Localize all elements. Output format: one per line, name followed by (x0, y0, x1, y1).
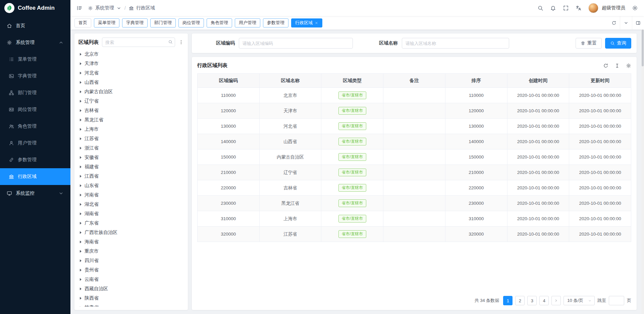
expand-caret-icon[interactable] (80, 269, 82, 271)
tree-item[interactable]: 福建省 (78, 162, 184, 172)
tree-item[interactable]: 内蒙古自治区 (78, 87, 184, 97)
column-settings-icon[interactable] (614, 63, 620, 68)
jump-page-input[interactable] (609, 296, 624, 305)
sidebar-item-menu-management[interactable]: 菜单管理 (0, 51, 70, 68)
expand-caret-icon[interactable] (80, 306, 82, 307)
tree-item[interactable]: 四川省 (78, 256, 184, 265)
tree-item[interactable]: 江西省 (78, 172, 184, 181)
layout-panel-icon[interactable] (632, 16, 644, 29)
tree-item[interactable]: 西藏自治区 (78, 284, 184, 294)
expand-caret-icon[interactable] (80, 231, 82, 234)
tree-search-input[interactable] (102, 38, 175, 47)
tree-item[interactable]: 广西壮族自治区 (78, 228, 184, 237)
table-row[interactable]: 110000北京市省市/直辖市1100002020-10-01 00:00:00… (198, 88, 631, 103)
tab-home[interactable]: 首页 (74, 18, 91, 27)
expand-caret-icon[interactable] (80, 81, 82, 84)
table-row[interactable]: 120000天津市省市/直辖市1200002020-10-01 00:00:00… (198, 103, 631, 119)
expand-caret-icon[interactable] (80, 288, 82, 290)
tree-item[interactable]: 海南省 (78, 237, 184, 247)
tree-item[interactable]: 黑龙江省 (78, 115, 184, 125)
expand-caret-icon[interactable] (80, 184, 82, 187)
sidebar-item-user-management[interactable]: 用户管理 (0, 135, 70, 151)
expand-caret-icon[interactable] (80, 62, 82, 65)
reset-button[interactable]: 重置 (576, 38, 602, 49)
tree-item[interactable]: 山西省 (78, 78, 184, 87)
expand-caret-icon[interactable] (80, 241, 82, 243)
table-row[interactable]: 320000江苏省省市/直辖市3200002020-10-01 00:00:00… (198, 227, 631, 242)
tree-item[interactable]: 浙江省 (78, 143, 184, 153)
tree-item[interactable]: 河北省 (78, 68, 184, 78)
settings-gear-icon[interactable] (632, 5, 638, 11)
expand-caret-icon[interactable] (80, 109, 82, 112)
tree-item[interactable]: 北京市 (78, 50, 184, 59)
sidebar-item-post-management[interactable]: 岗位管理 (0, 101, 70, 118)
expand-caret-icon[interactable] (80, 119, 82, 121)
search-button[interactable]: 查询 (605, 38, 631, 49)
tree-item[interactable]: 河南省 (78, 190, 184, 200)
translate-icon[interactable] (576, 5, 582, 11)
tab-close-icon[interactable] (315, 21, 318, 25)
page-button-4[interactable]: 4 (539, 296, 549, 305)
table-row[interactable]: 220000吉林省省市/直辖市2200002020-10-01 00:00:00… (198, 180, 631, 196)
fullscreen-icon[interactable] (563, 5, 569, 11)
tab-param-management[interactable]: 参数管理 (263, 18, 288, 27)
tree-item[interactable]: 辽宁省 (78, 97, 184, 106)
tree-item[interactable]: 天津市 (78, 59, 184, 68)
region-code-input[interactable] (239, 38, 353, 49)
sidebar-item-dict-management[interactable]: 字典管理 (0, 68, 70, 84)
expand-caret-icon[interactable] (80, 194, 82, 196)
tree-item[interactable]: 陕西省 (78, 294, 184, 303)
expand-caret-icon[interactable] (80, 175, 82, 178)
tree-item[interactable]: 安徽省 (78, 153, 184, 162)
table-row[interactable]: 210000辽宁省省市/直辖市2100002020-10-01 00:00:00… (198, 165, 631, 180)
expand-caret-icon[interactable] (80, 203, 82, 206)
app-logo[interactable]: Coffee Admin (0, 0, 70, 16)
page-button-2[interactable]: 2 (515, 296, 525, 305)
expand-caret-icon[interactable] (80, 53, 82, 56)
page-button-3[interactable]: 3 (527, 296, 537, 305)
expand-caret-icon[interactable] (80, 72, 82, 74)
tree-item[interactable]: 云南省 (78, 275, 184, 284)
expand-caret-icon[interactable] (80, 147, 82, 149)
expand-caret-icon[interactable] (80, 212, 82, 215)
tab-admin-region[interactable]: 行政区域 (291, 18, 322, 27)
table-settings-gear-icon[interactable] (626, 63, 631, 68)
expand-caret-icon[interactable] (80, 259, 82, 262)
page-button-1[interactable]: 1 (503, 296, 513, 305)
sidebar-item-system-management[interactable]: 系统管理 (0, 34, 70, 51)
tab-role-management[interactable]: 角色管理 (207, 18, 232, 27)
table-row[interactable]: 150000内蒙古自治区省市/直辖市1500002020-10-01 00:00… (198, 149, 631, 165)
refresh-tabs-icon[interactable] (608, 16, 620, 29)
expand-caret-icon[interactable] (80, 278, 82, 281)
expand-caret-icon[interactable] (80, 222, 82, 225)
sidebar-item-admin-region[interactable]: 行政区域 (0, 168, 70, 185)
user-avatar[interactable] (588, 3, 598, 13)
expand-caret-icon[interactable] (80, 297, 82, 300)
tree-item[interactable]: 重庆市 (78, 247, 184, 256)
tab-post-management[interactable]: 岗位管理 (178, 18, 204, 27)
user-name[interactable]: 超级管理员 (602, 5, 625, 11)
tab-dept-management[interactable]: 部门管理 (150, 18, 176, 27)
breadcrumb-section[interactable]: 系统管理 (95, 5, 114, 11)
search-icon[interactable] (168, 40, 173, 44)
table-row[interactable]: 140000山西省省市/直辖市1400002020-10-01 00:00:00… (198, 134, 631, 149)
page-scrollbar[interactable] (641, 29, 644, 314)
sidebar-item-system-monitor[interactable]: 系统监控 (0, 185, 70, 202)
tab-actions-dropdown-icon[interactable] (620, 16, 632, 29)
tree-item[interactable]: 山东省 (78, 181, 184, 190)
sidebar-item-role-management[interactable]: 角色管理 (0, 118, 70, 135)
sidebar-item-dept-management[interactable]: 部门管理 (0, 84, 70, 101)
next-page-button[interactable] (551, 296, 561, 305)
expand-caret-icon[interactable] (80, 137, 82, 140)
table-row[interactable]: 230000黑龙江省省市/直辖市2300002020-10-01 00:00:0… (198, 196, 631, 211)
table-row[interactable]: 310000上海市省市/直辖市3100002020-10-01 00:00:00… (198, 211, 631, 227)
expand-caret-icon[interactable] (80, 250, 82, 253)
expand-caret-icon[interactable] (80, 90, 82, 93)
tree-item[interactable]: 湖南省 (78, 209, 184, 218)
tree-item[interactable]: 吉林省 (78, 106, 184, 115)
tree-item[interactable]: 甘肃省 (78, 303, 184, 307)
tree-item[interactable]: 广东省 (78, 218, 184, 228)
tree-item[interactable]: 贵州省 (78, 265, 184, 275)
more-options-icon[interactable] (178, 40, 184, 45)
search-icon[interactable] (537, 5, 543, 11)
